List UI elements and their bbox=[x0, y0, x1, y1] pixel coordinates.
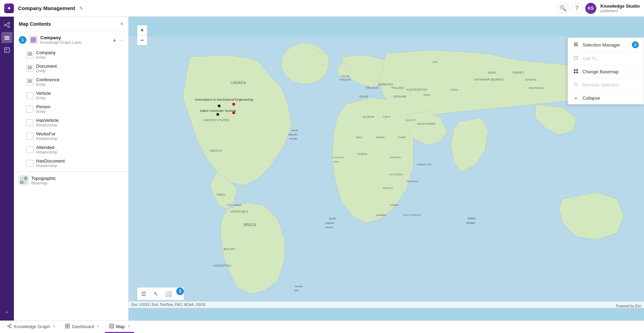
edit-title-icon[interactable]: ✎ bbox=[79, 6, 83, 11]
layer-item-type: Relationship bbox=[36, 150, 116, 154]
svg-text:Atlantic: Atlantic bbox=[325, 222, 334, 225]
layer-item-icon-grid bbox=[26, 133, 33, 140]
zoom-out-button[interactable]: − bbox=[137, 35, 147, 45]
layer-item-more-icon[interactable]: ··· bbox=[119, 133, 123, 139]
app-title: Company Management bbox=[18, 5, 75, 11]
sidebar: Map Contents × 1 Company Knowledge Graph… bbox=[14, 17, 129, 320]
layer-item-more-icon[interactable]: ··· bbox=[119, 147, 123, 152]
svg-point-0 bbox=[5, 24, 6, 26]
dashboard-tab-close[interactable]: × bbox=[97, 324, 99, 329]
badge-1: 1 bbox=[19, 36, 26, 44]
layer-item-type: Entity bbox=[36, 55, 109, 59]
toolbar-cursor-button[interactable]: ↖ bbox=[150, 288, 162, 300]
topbar: ✦ Company Management ✎ 🔍 ? KS Knowledge … bbox=[0, 0, 644, 17]
layer-group-chevron-icon[interactable]: ▲ bbox=[112, 38, 116, 42]
svg-point-1 bbox=[8, 23, 10, 24]
map-tab-close[interactable]: × bbox=[128, 324, 130, 329]
svg-text:UKRAINE: UKRAINE bbox=[393, 95, 407, 98]
layer-item-more-icon[interactable]: ··· bbox=[119, 66, 123, 71]
tab-knowledge-graph[interactable]: Knowledge Graph × bbox=[3, 321, 59, 333]
layer-item-more-icon[interactable]: ··· bbox=[119, 106, 123, 112]
knowledge-graph-tab-label: Knowledge Graph bbox=[14, 324, 50, 329]
svg-text:GREECE: GREECE bbox=[525, 78, 537, 81]
layer-item[interactable]: Person Entity ··· bbox=[14, 102, 128, 116]
svg-text:UNITED STATES: UNITED STATES bbox=[203, 118, 230, 122]
svg-text:PERU: PERU bbox=[217, 193, 225, 197]
layer-item-info: WorksFor Relationship bbox=[36, 131, 116, 141]
knowledge-graph-tab-icon bbox=[7, 324, 12, 330]
visibility-icon[interactable]: 👁 bbox=[112, 66, 117, 71]
collapse-item[interactable]: » Collapse bbox=[568, 92, 644, 104]
world-map-svg: CANADA UNITED STATES MÉXICO BRAZIL BOLIV… bbox=[129, 17, 644, 320]
layer-item[interactable]: HasVehicle Relationship ··· bbox=[14, 116, 128, 129]
layer-item-name: HasVehicle bbox=[36, 118, 116, 123]
layer-item-more-icon[interactable]: ··· bbox=[119, 52, 123, 58]
basemap-type: Basemap bbox=[31, 181, 123, 185]
layer-item-info: HasDocument Relationship bbox=[36, 158, 116, 168]
layer-item-more-icon[interactable]: ··· bbox=[119, 93, 123, 98]
svg-rect-87 bbox=[576, 58, 578, 60]
badge-2: 2 bbox=[632, 41, 639, 48]
icon-nav: « bbox=[0, 17, 14, 320]
selection-manager-item[interactable]: Selection Manager 2 bbox=[568, 38, 644, 52]
search-button[interactable]: 🔍 bbox=[557, 3, 569, 14]
layer-item-type: Entity bbox=[36, 69, 109, 73]
tab-dashboard[interactable]: Dashboard × bbox=[61, 321, 104, 333]
layer-group-more-icon[interactable]: ··· bbox=[119, 37, 123, 43]
avatar[interactable]: KS bbox=[585, 3, 596, 14]
layer-item[interactable]: WorksFor Relationship ··· bbox=[14, 129, 128, 143]
layer-group-icon bbox=[29, 36, 38, 44]
svg-rect-5 bbox=[5, 36, 9, 37]
svg-point-77 bbox=[217, 113, 219, 116]
svg-text:TANZANIA: TANZANIA bbox=[407, 180, 418, 183]
layer-item[interactable]: Conference Entity 👁 ··· bbox=[14, 75, 128, 89]
visibility-icon[interactable]: 👁 bbox=[112, 79, 117, 85]
layer-item-more-icon[interactable]: ··· bbox=[119, 160, 123, 166]
visibility-icon[interactable]: 👁 bbox=[112, 52, 117, 58]
change-basemap-item[interactable]: Change Basemap bbox=[568, 65, 644, 78]
layer-item[interactable]: Company Entity 👁 ··· bbox=[14, 48, 128, 61]
tab-map[interactable]: Map × bbox=[105, 321, 134, 333]
svg-text:BOLIVIA: BOLIVIA bbox=[223, 247, 235, 251]
layer-item[interactable]: Vehicle Entity ··· bbox=[14, 89, 128, 102]
svg-text:Ural: Ural bbox=[432, 60, 438, 64]
nav-item-connections[interactable] bbox=[1, 19, 13, 31]
svg-text:ALGERIA: ALGERIA bbox=[362, 115, 375, 118]
layer-item-icon-grid bbox=[26, 160, 33, 167]
svg-text:KINGDOM: KINGDOM bbox=[340, 78, 351, 81]
zoom-in-button[interactable]: + bbox=[137, 25, 147, 35]
basemap-item[interactable]: Topographic Basemap bbox=[14, 172, 128, 189]
svg-line-3 bbox=[6, 24, 8, 25]
layer-item-icon-doc bbox=[26, 78, 33, 85]
layer-item-more-icon[interactable]: ··· bbox=[119, 79, 123, 85]
svg-text:FRANCE: FRANCE bbox=[366, 86, 378, 90]
nav-item-table[interactable] bbox=[1, 44, 13, 56]
svg-text:ARGENTINA: ARGENTINA bbox=[213, 264, 231, 267]
help-button[interactable]: ? bbox=[571, 3, 582, 14]
layer-item-icon-grid bbox=[26, 106, 33, 113]
svg-text:EGYPT: EGYPT bbox=[407, 119, 416, 122]
layer-item-type: Entity bbox=[36, 96, 116, 100]
svg-rect-83 bbox=[574, 45, 578, 46]
sidebar-close-button[interactable]: × bbox=[120, 21, 123, 27]
nav-item-layers[interactable] bbox=[1, 32, 13, 43]
map-tab-icon bbox=[109, 324, 114, 330]
knowledge-graph-tab-close[interactable]: × bbox=[53, 324, 55, 329]
layer-group-header[interactable]: 1 Company Knowledge Graph Layer ▲ ··· bbox=[14, 32, 128, 48]
toolbar-list-button[interactable]: ☰ bbox=[137, 288, 150, 300]
selection-manager-label: Selection Manager bbox=[582, 42, 620, 48]
layer-item[interactable]: Document Entity 👁 ··· bbox=[14, 61, 128, 75]
svg-text:INDONESIA: INDONESIA bbox=[529, 86, 544, 90]
nav-item-collapse[interactable]: « bbox=[1, 307, 13, 318]
layer-item-more-icon[interactable]: ··· bbox=[119, 120, 123, 125]
user-role: publisher2 bbox=[601, 9, 640, 13]
map-zoom-controls: + − bbox=[137, 25, 147, 45]
layer-item[interactable]: Attended Relationship ··· bbox=[14, 143, 128, 156]
toolbar-select-button[interactable]: ⬜ bbox=[162, 288, 175, 300]
layer-item[interactable]: HasDocument Relationship ··· bbox=[14, 156, 128, 170]
remove-selection-icon bbox=[573, 82, 579, 88]
svg-text:South: South bbox=[329, 217, 336, 220]
svg-text:NIGERIA: NIGERIA bbox=[358, 153, 367, 155]
svg-text:COLOMBIA: COLOMBIA bbox=[227, 203, 242, 207]
layer-item-name: Company bbox=[36, 50, 109, 55]
